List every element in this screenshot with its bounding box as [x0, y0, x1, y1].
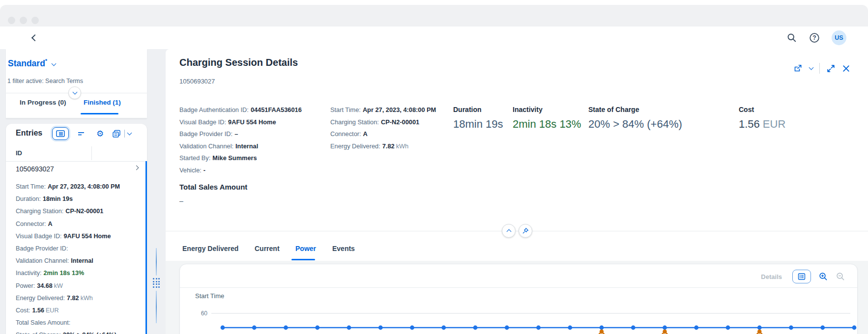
field-state-of-charge: State of Charge:20% > 84% (+64%) — [16, 329, 139, 334]
power-series-point[interactable] — [284, 326, 288, 330]
app-window: SAP Monitor Charging Sessions ? US Stand… — [0, 0, 868, 334]
zoom-out-icon — [836, 272, 845, 281]
collapse-header-button[interactable] — [502, 224, 516, 238]
tab-in-progress[interactable]: In Progress (0) — [17, 98, 69, 107]
sidebar-master-list: Standard* 1 filter active: Search Terms … — [6, 49, 147, 334]
svg-text:?: ? — [812, 34, 816, 41]
chevron-down-icon — [809, 65, 814, 70]
tab-energy-delivered[interactable]: Energy Delivered — [179, 244, 241, 253]
user-avatar[interactable]: US — [832, 30, 846, 45]
secondary-series-point[interactable] — [600, 330, 604, 334]
power-series-point[interactable] — [726, 326, 730, 330]
kpi-inactivity: Inactivity2min 18s 13% — [513, 106, 581, 131]
list-settings-button[interactable]: ⚙ — [96, 129, 104, 139]
power-series-point[interactable] — [221, 326, 225, 330]
chart-details-button[interactable]: Details — [758, 273, 785, 281]
field-energy-delivered: Energy Delivered:7.82kWh — [16, 292, 139, 305]
power-series-point[interactable] — [252, 326, 257, 330]
item-navigation-chevron-icon[interactable] — [134, 166, 139, 170]
gear-icon: ⚙ — [96, 129, 104, 139]
session-list-item[interactable]: 1050693027 Start Time:Apr 27, 2023, 4:08… — [6, 161, 147, 334]
window-maximize-control[interactable] — [31, 17, 39, 24]
actions-divider — [819, 63, 820, 74]
help-button[interactable]: ? — [809, 32, 820, 43]
tab-power[interactable]: Power — [292, 244, 319, 253]
field-validation-channel: Validation Channel:Internal — [179, 140, 302, 153]
tab-current[interactable]: Current — [252, 244, 283, 253]
splitter-grip-icon[interactable] — [153, 278, 160, 288]
total-sales-amount-value: – — [179, 197, 183, 205]
power-series-point[interactable] — [631, 326, 636, 330]
power-series-point[interactable] — [315, 326, 319, 330]
chart-table-view-toggle[interactable] — [792, 270, 811, 283]
window-minimize-control[interactable] — [20, 17, 27, 24]
field-vehicle: Vehicle:- — [179, 165, 302, 177]
pin-header-button[interactable] — [519, 224, 532, 238]
variant-chevron-icon — [52, 61, 57, 66]
pushpin-icon — [522, 227, 529, 235]
field-cost: Cost:1.56EUR — [16, 305, 139, 317]
power-series-point[interactable] — [505, 326, 509, 330]
export-table-icon — [112, 129, 121, 138]
tab-selected-underline — [291, 259, 315, 260]
field-badge-authentication-id: Badge Authentication ID:04451FAA536016 — [179, 104, 302, 116]
splitter-line — [156, 248, 157, 276]
chevron-down-icon — [72, 89, 77, 94]
power-series-point[interactable] — [378, 326, 383, 330]
power-series-point[interactable] — [820, 326, 825, 330]
splitter-line — [156, 291, 157, 323]
back-button[interactable] — [29, 31, 41, 45]
panel-splitter[interactable] — [147, 49, 166, 334]
detail-title: Charging Session Details — [179, 57, 298, 68]
variant-title: Standard — [8, 58, 45, 68]
power-chart-plot[interactable] — [180, 288, 858, 334]
share-menu-button[interactable] — [810, 67, 813, 69]
search-button[interactable] — [786, 32, 797, 43]
zoom-in-icon — [818, 272, 828, 281]
power-series-point[interactable] — [600, 326, 604, 330]
power-series-point[interactable] — [694, 326, 698, 330]
enter-fullscreen-button[interactable] — [826, 64, 836, 73]
share-button[interactable] — [793, 63, 803, 73]
power-series-point[interactable] — [789, 326, 793, 330]
variant-modified-marker: * — [45, 58, 47, 64]
window-close-control[interactable] — [8, 17, 15, 24]
power-series-point[interactable] — [568, 326, 572, 330]
detail-subtitle: 1050693027 — [179, 78, 215, 85]
field-visual-badge-id: Visual Badge ID:9AFU 554 Home — [16, 230, 139, 243]
collapse-chevron-up-icon — [506, 229, 511, 234]
close-detail-button[interactable] — [842, 64, 850, 73]
power-series-point[interactable] — [536, 326, 541, 330]
field-connector: Connector:A — [16, 218, 139, 230]
detail-tabstrip: Energy Delivered Current Power Events — [166, 238, 868, 261]
tab-finished[interactable]: Finished (1) — [81, 98, 124, 107]
filter-bar: Standard* 1 filter active: Search Terms … — [6, 49, 147, 118]
view-detail-list-icon — [56, 129, 65, 138]
close-icon — [842, 64, 850, 73]
secondary-series-point[interactable] — [663, 330, 666, 334]
field-charging-station: Charging Station:CP-N2-00001 — [16, 205, 139, 218]
variant-selector[interactable]: Standard* — [8, 58, 56, 69]
power-series-point[interactable] — [441, 326, 446, 330]
power-series-point[interactable] — [757, 326, 762, 330]
power-series-point[interactable] — [347, 326, 351, 330]
chart-zoom-in-button[interactable] — [818, 272, 828, 281]
power-series-point[interactable] — [410, 326, 414, 330]
export-menu-button[interactable] — [128, 133, 131, 135]
chart-zoom-out-button[interactable] — [836, 272, 845, 281]
secondary-series-point[interactable] — [757, 330, 761, 334]
session-id: 1050693027 — [16, 165, 54, 173]
tab-events[interactable]: Events — [329, 244, 358, 253]
view-compact-toggle-button[interactable] — [73, 127, 89, 140]
power-series-point[interactable] — [852, 326, 857, 330]
view-detail-toggle-button[interactable] — [52, 127, 69, 140]
power-series-point[interactable] — [663, 326, 667, 330]
filter-bar-expand-button[interactable] — [68, 86, 81, 99]
export-divider — [124, 130, 125, 138]
power-series-point[interactable] — [473, 326, 478, 330]
share-export-icon — [793, 63, 803, 73]
field-badge-provider-id: Badge Provider ID: — [16, 243, 139, 255]
total-sales-amount-label: Total Sales Amount — [179, 183, 247, 191]
export-button[interactable] — [112, 129, 121, 138]
field-validation-channel: Validation Channel:Internal — [16, 255, 139, 267]
